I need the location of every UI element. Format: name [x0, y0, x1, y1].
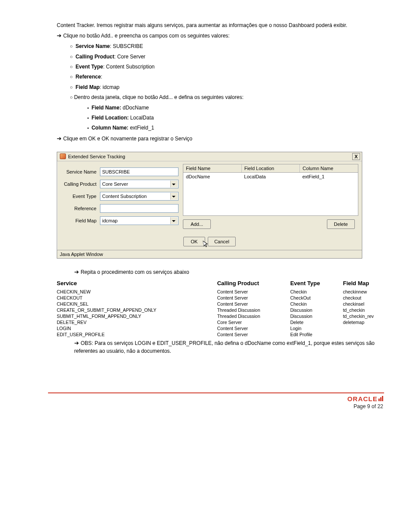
close-icon[interactable]: X — [352, 153, 360, 160]
table-cell: Edit Profile — [290, 331, 343, 338]
page-footer: ORACLE Page 9 of 22 — [48, 392, 384, 409]
step-repeat: Repita o procedimento com os serviços ab… — [74, 268, 384, 276]
table-row: LOGINContent ServerLogin — [57, 325, 397, 331]
grid-body[interactable]: dDocName LocalData extField_1 — [183, 172, 358, 216]
table-header-event-type: Event Type — [290, 279, 343, 289]
value: dDocName — [121, 105, 149, 111]
select-value: idcmap — [102, 218, 117, 223]
grid-header-cell[interactable]: Column Name — [300, 164, 358, 172]
label: Service Name — [76, 43, 110, 49]
label-service-name: Service Name — [61, 169, 100, 174]
input-service-name[interactable]: SUBSCRIBE — [100, 167, 179, 176]
grid-row[interactable]: dDocName LocalData extField_1 — [183, 173, 358, 181]
oracle-logo: ORACLE — [347, 395, 383, 402]
table-cell: Content Server — [217, 289, 290, 295]
table-cell: SUBMIT_HTML_FORM_APPEND_ONLY — [57, 313, 217, 319]
select-event-type[interactable]: Content Subscription — [100, 192, 179, 201]
table-row: DELETE_REVCore ServerDeletedeletemap — [57, 319, 397, 325]
services-table: Service Calling Product Event Type Field… — [57, 279, 397, 338]
field-reference: Reference: — [70, 73, 384, 81]
step-click-add: Clique no botão Add.. e preencha os camp… — [57, 32, 384, 40]
table-cell: Discussion — [290, 313, 343, 319]
value: LocalData — [129, 115, 154, 121]
table-cell: Threaded Discussion — [217, 313, 290, 319]
logo-bars-icon — [378, 396, 383, 401]
table-cell: Login — [290, 325, 343, 331]
label-calling-product: Calling Product — [61, 181, 100, 187]
grid-cell: dDocName — [183, 173, 241, 181]
label-event-type: Event Type — [61, 194, 100, 199]
select-field-map[interactable]: idcmap — [100, 216, 179, 225]
cancel-button[interactable]: Cancel — [208, 237, 236, 246]
label-reference: Reference — [61, 206, 100, 211]
value: : SUBSCRIBE — [110, 43, 143, 49]
nested-step: Dentro desta janela, clique no botão Add… — [70, 94, 384, 101]
field-field-map: Field Map: idcmap — [70, 84, 384, 91]
table-cell: CREATE_OR_SUBMIT_FORM_APPEND_ONLY — [57, 307, 217, 313]
input-reference[interactable] — [100, 204, 179, 213]
label: Field Map — [76, 84, 100, 90]
table-cell: Checkin — [290, 289, 343, 295]
sub-field-name: Field Name: dDocName — [87, 104, 384, 112]
select-value: Core Server — [102, 181, 128, 187]
value: : — [101, 74, 102, 80]
table-cell: DELETE_REV — [57, 319, 217, 325]
select-calling-product[interactable]: Core Server — [100, 180, 179, 188]
select-value: Content Subscription — [102, 194, 147, 199]
dialog-grid-panel: Field Name Field Location Column Name dD… — [183, 164, 358, 232]
table-cell: LOGIN — [57, 325, 217, 331]
table-header-field-map: Field Map — [343, 279, 397, 289]
table-cell: td_checkin_rev — [343, 313, 397, 319]
label: Field Location: — [92, 115, 129, 121]
grid-header: Field Name Field Location Column Name — [183, 164, 358, 172]
table-cell: Content Server — [217, 331, 290, 338]
table-row: CHECKIN_SELContent ServerCheckincheckins… — [57, 301, 397, 307]
table-row: CHECKOUTContent ServerCheckOutcheckout — [57, 295, 397, 301]
sub-column-name: Column Name: extField_1 — [87, 124, 384, 132]
table-cell: Content Server — [217, 301, 290, 307]
table-row: CREATE_OR_SUBMIT_FORM_APPEND_ONLYThreade… — [57, 307, 397, 313]
value: extField_1 — [128, 125, 154, 131]
dialog-title: Extended Service Tracking — [68, 154, 125, 159]
delete-button[interactable]: Delete — [327, 219, 355, 229]
table-header-service: Service — [57, 279, 217, 289]
add-button[interactable]: Add... — [183, 219, 211, 229]
label: Reference — [76, 74, 101, 80]
label: Calling Product — [76, 54, 114, 60]
table-cell — [343, 331, 397, 338]
label: Column Name: — [92, 125, 129, 131]
table-cell — [343, 325, 397, 331]
table-cell: td_checkin — [343, 307, 397, 313]
table-cell: CHECKOUT — [57, 295, 217, 301]
grid-header-cell[interactable]: Field Location — [242, 164, 300, 172]
value: : idcmap — [100, 84, 119, 90]
table-cell: checkout — [343, 295, 397, 301]
field-service-name: Service Name: SUBSCRIBE — [70, 43, 384, 50]
grid-cell: LocalData — [241, 173, 299, 181]
table-cell: CheckOut — [290, 295, 343, 301]
dialog-titlebar: Extended Service Tracking X — [57, 152, 362, 161]
ok-button[interactable]: OK — [183, 237, 205, 246]
table-cell: EDIT_USER_PROFILE — [57, 331, 217, 338]
table-row: SUBMIT_HTML_FORM_APPEND_ONLYThreaded Dis… — [57, 313, 397, 319]
grid-header-cell[interactable]: Field Name — [183, 164, 242, 172]
table-cell: Discussion — [290, 307, 343, 313]
table-cell: Content Server — [217, 295, 290, 301]
table-cell: checkinnew — [343, 289, 397, 295]
table-cell: CHECKIN_NEW — [57, 289, 217, 295]
step-ok-ok: Clique em OK e OK novamente para registr… — [57, 135, 384, 143]
dialog-form-panel: Service Name SUBSCRIBE Calling Product C… — [61, 164, 179, 232]
table-cell: Delete — [290, 319, 343, 325]
table-cell: deletemap — [343, 319, 397, 325]
brand-text: ORACLE — [347, 395, 378, 402]
table-cell: checkinsel — [343, 301, 397, 307]
label-field-map: Field Map — [61, 218, 100, 223]
extended-service-tracking-dialog: Extended Service Tracking X Service Name… — [57, 152, 362, 259]
table-cell: Threaded Discussion — [217, 307, 290, 313]
value: : Content Subscription — [103, 64, 155, 70]
table-row: EDIT_USER_PROFILEContent ServerEdit Prof… — [57, 331, 397, 338]
table-cell: Content Server — [217, 325, 290, 331]
label: Event Type — [76, 64, 103, 70]
label: Field Name: — [92, 105, 121, 111]
field-calling-product: Calling Product: Core Server — [70, 53, 384, 61]
